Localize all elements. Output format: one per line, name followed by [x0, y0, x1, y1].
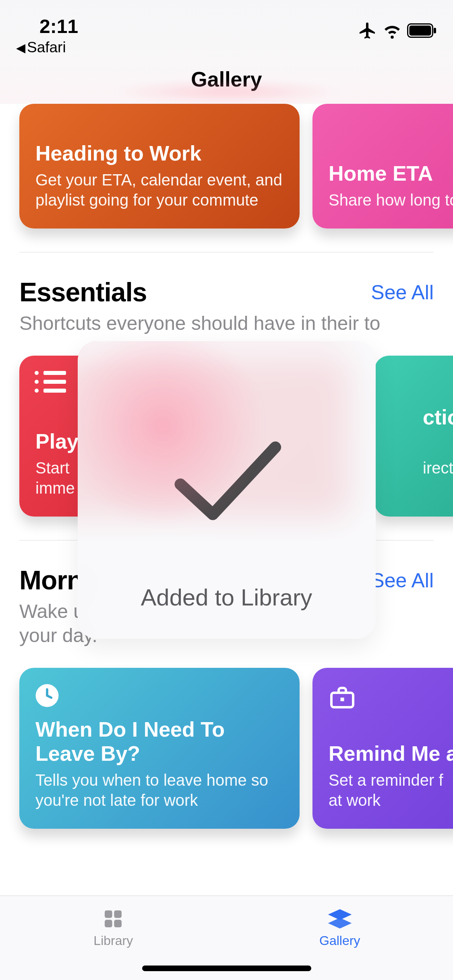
shortcut-card-directions-home[interactable]: ctions H irections h	[374, 356, 453, 517]
card-subtitle: Set a reminder f at work	[329, 770, 453, 810]
tab-label: Gallery	[319, 933, 360, 948]
section-title-morning: Morn	[19, 565, 83, 595]
svg-rect-1	[410, 26, 431, 36]
see-all-essentials[interactable]: See All	[371, 277, 434, 304]
morning-card-row[interactable]: When Do I Need To Leave By? Tells you wh…	[19, 668, 434, 829]
svg-rect-7	[114, 910, 122, 918]
page-title: Gallery	[191, 67, 262, 91]
battery-icon	[407, 23, 437, 38]
home-indicator[interactable]	[142, 966, 311, 971]
toast-message: Added to Library	[141, 584, 312, 611]
card-subtitle: Share how long to get home	[329, 190, 453, 210]
airplane-mode-icon	[358, 21, 377, 40]
card-title: Heading to Work	[35, 142, 283, 166]
tab-library[interactable]: Library	[0, 896, 227, 960]
clock-icon	[35, 683, 60, 710]
card-title: Home ETA	[329, 162, 453, 186]
back-app-label: Safari	[27, 39, 66, 56]
tab-gallery[interactable]: Gallery	[227, 896, 453, 960]
status-bar: 2:11 ◀ Safari	[0, 0, 453, 52]
section-title-essentials: Essentials	[19, 277, 147, 307]
hero-card-row[interactable]: Heading to Work Get your ETA, calendar e…	[19, 104, 434, 229]
hero-section: Heading to Work Get your ETA, calendar e…	[0, 104, 453, 229]
shortcut-card-remind-me-at-work[interactable]: Remind Me a Set a reminder f at work	[312, 668, 453, 829]
shortcut-card-heading-to-work[interactable]: Heading to Work Get your ETA, calendar e…	[19, 104, 300, 229]
checkmark-icon	[166, 436, 287, 528]
back-to-app[interactable]: ◀ Safari	[16, 39, 78, 56]
status-icons	[358, 15, 437, 40]
list-icon	[35, 371, 66, 393]
grid-icon	[102, 908, 124, 930]
status-left: 2:11 ◀ Safari	[16, 15, 78, 56]
see-all-morning[interactable]: See All	[371, 565, 434, 592]
wifi-icon	[383, 21, 401, 40]
tab-label: Library	[93, 933, 133, 948]
back-caret-icon: ◀	[16, 41, 25, 55]
svg-rect-6	[105, 910, 112, 918]
shortcut-card-home-eta[interactable]: Home ETA Share how long to get home	[312, 104, 453, 229]
svg-rect-5	[341, 698, 344, 701]
svg-rect-2	[434, 28, 436, 33]
shortcut-card-when-leave[interactable]: When Do I Need To Leave By? Tells you wh…	[19, 668, 300, 829]
added-to-library-toast: Added to Library	[78, 341, 376, 639]
layers-icon	[327, 908, 353, 930]
card-subtitle: irections h	[423, 458, 453, 498]
briefcase-icon	[328, 683, 357, 714]
svg-rect-9	[114, 920, 122, 927]
divider	[19, 252, 434, 253]
status-time: 2:11	[16, 15, 78, 37]
card-title: Remind Me a	[329, 742, 453, 766]
card-subtitle: Tells you when to leave home so you're n…	[35, 770, 283, 810]
card-title: ctions H	[423, 406, 453, 454]
card-subtitle: Get your ETA, calendar event, and playli…	[35, 170, 283, 210]
card-title: When Do I Need To Leave By?	[35, 718, 283, 766]
svg-rect-8	[105, 920, 112, 927]
section-subtitle-essentials: Shortcuts everyone should have in their …	[19, 311, 434, 336]
